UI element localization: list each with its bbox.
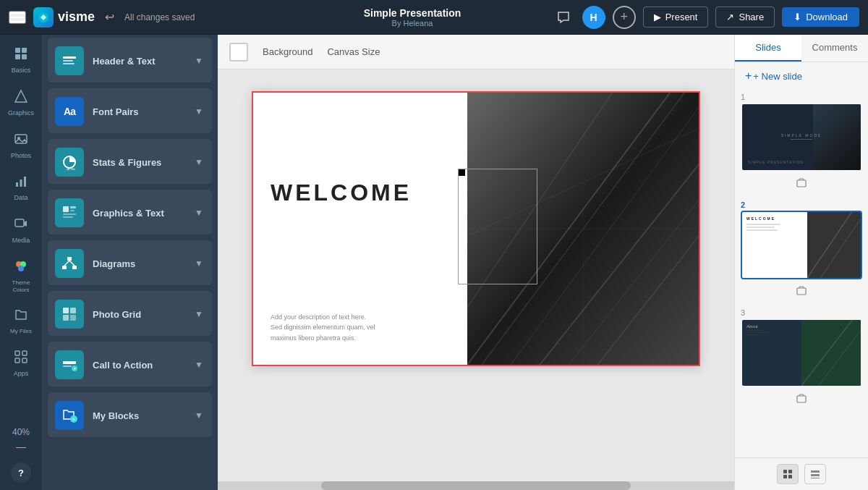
slide-1-action-button[interactable]	[791, 173, 812, 193]
svg-rect-55	[807, 212, 861, 278]
slide-2-action-button[interactable]	[791, 281, 812, 301]
topbar-right: H + ▶ Present ↗ Share ⬇ Download	[552, 6, 859, 29]
sidebar-item-theme-colors-label: Theme Colors	[6, 279, 36, 293]
data-icon	[14, 174, 28, 192]
panel-item-font-pairs[interactable]: Aa Font Pairs ▼	[48, 88, 212, 133]
slide-1-preview: SIMPLE MODE SIMPLE PRESENTATION	[742, 104, 861, 170]
plus-icon: +	[745, 69, 752, 83]
slides-list: 1 SIMPLE MODE SIMPLE PRESENTATION	[735, 90, 868, 457]
svg-line-32	[64, 261, 69, 266]
logo-icon	[33, 7, 54, 28]
download-icon: ⬇	[793, 12, 801, 22]
slide-2-actions	[741, 279, 862, 304]
share-button[interactable]: ↗ Share	[715, 7, 775, 28]
grid-view-button[interactable]	[777, 464, 799, 484]
canvas-scrollbar-thumb[interactable]	[321, 481, 631, 490]
panel-item-stats-figures[interactable]: 40% Stats & Figures ▼	[48, 139, 212, 184]
new-slide-label: + New slide	[753, 71, 802, 82]
photo-grid-chevron: ▼	[195, 309, 203, 319]
add-collaborator-button[interactable]: +	[613, 6, 636, 29]
svg-rect-6	[15, 135, 27, 143]
list-view-button[interactable]	[804, 464, 826, 484]
sidebar-item-graphics[interactable]: Graphics	[3, 83, 39, 123]
svg-rect-58	[797, 288, 806, 295]
header-text-icon	[55, 46, 84, 75]
svg-text:+: +	[72, 416, 76, 423]
slide-number-1: 1	[741, 93, 862, 101]
svg-rect-16	[22, 351, 27, 355]
download-button[interactable]: ⬇ Download	[782, 7, 859, 27]
tab-slides[interactable]: Slides	[735, 35, 801, 62]
svg-rect-18	[22, 358, 27, 363]
svg-rect-11	[15, 219, 24, 227]
comments-icon-button[interactable]	[552, 6, 575, 29]
canvas-scroll-area[interactable]: WELCOME Add your description of text her…	[218, 69, 734, 481]
diagrams-icon	[55, 249, 84, 278]
panel-item-diagrams[interactable]: Diagrams ▼	[48, 240, 212, 285]
sidebar-item-my-files[interactable]: My Files	[3, 302, 39, 341]
logo: visme	[33, 7, 95, 28]
avatar-button[interactable]: H	[582, 6, 605, 29]
sidebar-item-basics-label: Basics	[12, 67, 31, 75]
svg-rect-67	[811, 470, 820, 473]
slide-3-action-button[interactable]	[791, 389, 812, 409]
svg-rect-28	[63, 216, 73, 218]
panel-item-graphics-text[interactable]: Graphics & Text ▼	[48, 190, 212, 235]
svg-rect-29	[67, 257, 72, 261]
new-slide-button[interactable]: + + New slide	[735, 62, 868, 90]
menu-button[interactable]	[9, 11, 26, 24]
panel-item-header-text[interactable]: Header & Text ▼	[48, 38, 212, 83]
sidebar-item-basics[interactable]: Basics	[3, 41, 39, 80]
svg-rect-62	[797, 396, 806, 402]
svg-rect-37	[70, 315, 76, 321]
sidebar-item-theme-colors[interactable]: Theme Colors	[3, 253, 39, 299]
slide-3-about: About	[746, 324, 797, 329]
stats-figures-icon: 40%	[55, 148, 84, 177]
zoom-icon: 40%	[12, 427, 30, 437]
stats-figures-chevron: ▼	[195, 157, 203, 167]
background-color-swatch[interactable]	[229, 43, 248, 62]
sidebar-item-photos[interactable]: Photos	[3, 126, 39, 166]
panel-item-call-to-action[interactable]: Call to Action ▼	[48, 342, 212, 386]
sidebar-item-photos-label: Photos	[11, 152, 31, 160]
svg-rect-19	[63, 56, 76, 59]
tab-comments[interactable]: Comments	[801, 35, 868, 62]
sidebar-item-data[interactable]: Data	[3, 168, 39, 208]
diagrams-label: Diagrams	[93, 258, 186, 269]
sidebar-item-apps-label: Apps	[14, 370, 29, 378]
svg-rect-24	[63, 206, 69, 212]
zoom-control[interactable]: 40% —	[3, 421, 39, 458]
theme-colors-icon	[14, 259, 28, 277]
present-button[interactable]: ▶ Present	[643, 7, 709, 28]
help-button[interactable]: ?	[11, 462, 31, 483]
my-files-icon	[14, 308, 28, 326]
logo-text: visme	[58, 9, 95, 25]
panel-item-photo-grid[interactable]: Photo Grid ▼	[48, 291, 212, 336]
basics-icon	[14, 46, 28, 64]
svg-rect-38	[63, 361, 76, 364]
sidebar-item-media[interactable]: Media	[3, 211, 39, 250]
undo-button[interactable]: ↩	[102, 7, 117, 27]
svg-rect-10	[24, 177, 26, 187]
sidebar-item-apps[interactable]: Apps	[3, 344, 39, 384]
topbar-left: visme ↩ All changes saved	[9, 7, 273, 28]
svg-rect-36	[63, 315, 69, 321]
canvas-size-tab[interactable]: Canvas Size	[327, 43, 380, 60]
slide-thumb-3[interactable]: About	[741, 318, 862, 387]
background-tab[interactable]: Background	[263, 43, 312, 60]
my-blocks-label: My Blocks	[93, 410, 186, 421]
slide-3-left: About	[742, 320, 801, 386]
right-panel: Slides Comments + + New slide 1 SIMPLE M…	[734, 35, 868, 490]
svg-rect-21	[63, 63, 75, 64]
svg-rect-27	[63, 214, 76, 215]
slide-description-text: Add your description of text here. Sed d…	[271, 312, 379, 343]
panel-item-my-blocks[interactable]: + My Blocks ▼	[48, 392, 212, 437]
slide-thumb-2[interactable]: WELCOME	[741, 211, 862, 279]
slide-thumb-1[interactable]: SIMPLE MODE SIMPLE PRESENTATION	[741, 103, 862, 172]
slide-canvas[interactable]: WELCOME Add your description of text her…	[252, 91, 700, 366]
svg-rect-39	[63, 366, 72, 367]
slide-number-2: 2	[741, 200, 862, 209]
canvas-horizontal-scrollbar[interactable]	[218, 481, 734, 490]
diagrams-chevron: ▼	[195, 258, 203, 269]
sidebar-item-data-label: Data	[14, 194, 27, 202]
